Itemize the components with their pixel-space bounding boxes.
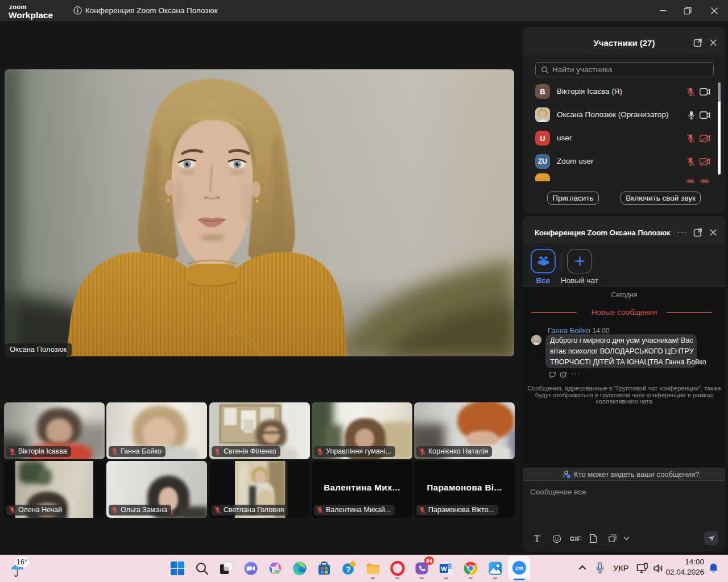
svg-text:zm: zm bbox=[515, 564, 524, 571]
svg-text:W: W bbox=[441, 566, 447, 572]
svg-text:?: ? bbox=[345, 564, 350, 574]
